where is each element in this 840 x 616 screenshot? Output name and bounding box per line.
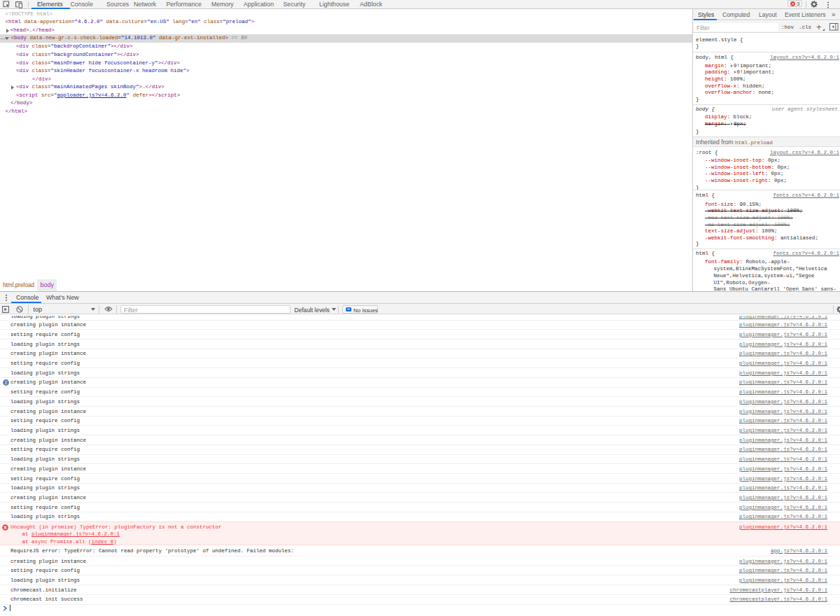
svg-text:2: 2 [5,380,8,385]
